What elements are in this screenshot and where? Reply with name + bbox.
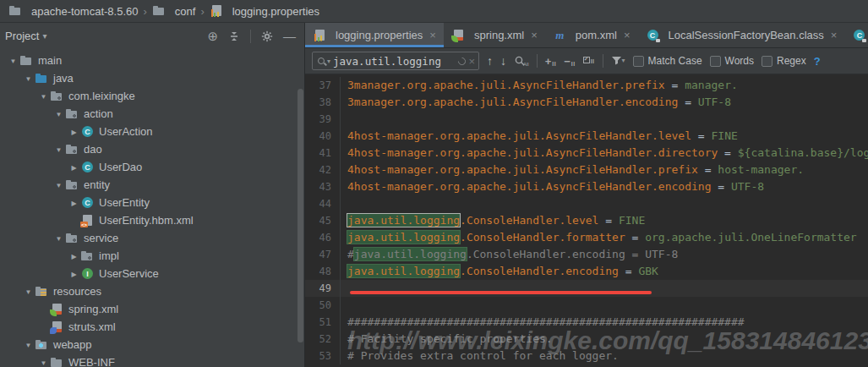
source-folder-icon xyxy=(35,72,49,85)
code-token: .ConsoleHandler.formatter xyxy=(460,231,625,244)
code-line[interactable]: 47#java.util.logging.ConsoleHandler.enco… xyxy=(305,246,868,263)
search-input[interactable] xyxy=(333,55,456,68)
folder-icon xyxy=(152,4,167,18)
class-file-icon xyxy=(646,29,660,42)
tree-item-userentity[interactable]: UserEntity xyxy=(0,194,304,211)
code-line[interactable]: 404host-manager.org.apache.juli.AsyncFil… xyxy=(305,128,868,145)
tab-logging-properties[interactable]: logging.properties × xyxy=(305,23,444,47)
search-history-icon[interactable] xyxy=(457,56,468,67)
minimize-icon[interactable]: — xyxy=(283,30,296,42)
line-number: 53 xyxy=(305,348,341,364)
tab-datasource-class[interactable]: DataSou xyxy=(844,23,868,47)
expanded-arrow-icon xyxy=(52,109,65,118)
code-line[interactable]: 50 xyxy=(305,297,868,314)
tree-item-main[interactable]: main xyxy=(0,52,304,69)
locate-file-icon[interactable]: ⊕ xyxy=(207,30,218,42)
breadcrumb-label: conf xyxy=(175,5,196,18)
find-all-icon[interactable]: All xyxy=(514,55,529,67)
code-token: .ConsoleHandler.level xyxy=(460,214,598,227)
select-all-occurrences-icon[interactable]: II xyxy=(583,57,595,65)
tree-item-userentity-hbm-xml[interactable]: UserEntity.hbm.xml xyxy=(0,211,304,229)
project-panel-header: Project ▾ ⊕ — xyxy=(0,23,304,49)
expanded-arrow-icon xyxy=(37,91,50,101)
tree-item-action[interactable]: action xyxy=(0,105,304,123)
code-line-current[interactable]: 49 xyxy=(305,280,868,297)
tree-item-entity[interactable]: entity xyxy=(0,176,304,194)
tree-item-dao[interactable]: dao xyxy=(0,140,304,158)
close-icon[interactable]: × xyxy=(429,29,436,41)
tree-item-resources[interactable]: resources xyxy=(0,282,304,300)
collapse-all-icon[interactable] xyxy=(228,30,240,42)
clear-search-icon[interactable]: × xyxy=(468,55,475,68)
help-icon[interactable]: ? xyxy=(814,55,821,68)
close-icon[interactable]: × xyxy=(624,29,631,41)
tree-item-webapp[interactable]: webapp xyxy=(0,336,304,353)
tree-item-userservice[interactable]: UserService xyxy=(0,265,304,282)
package-icon xyxy=(65,232,79,245)
code-line[interactable]: 383manager.org.apache.juli.AsyncFileHand… xyxy=(305,94,868,111)
match-case-checkbox[interactable]: Match Case xyxy=(633,55,702,67)
tree-item-userdao[interactable]: UserDao xyxy=(0,158,304,176)
code-editor[interactable]: 373manager.org.apache.juli.AsyncFileHand… xyxy=(305,74,868,367)
project-view-label: Project xyxy=(5,30,39,42)
tab-label: logging.properties xyxy=(336,29,423,41)
code-token: = xyxy=(598,214,618,227)
tree-item-spring-xml[interactable]: spring.xml xyxy=(0,300,304,318)
code-line[interactable]: 45java.util.logging.ConsoleHandler.level… xyxy=(305,212,868,229)
line-number: 50 xyxy=(305,297,341,314)
breadcrumb-item-file[interactable]: logging.properties xyxy=(210,4,319,18)
close-icon[interactable]: × xyxy=(531,29,538,41)
tree-item-service[interactable]: service xyxy=(0,229,304,247)
next-occurrence-icon[interactable]: ↓ xyxy=(500,54,506,68)
project-view-selector[interactable]: Project ▾ xyxy=(5,30,47,42)
add-occurrence-icon[interactable]: +II xyxy=(545,55,556,68)
code-token: org.apache.juli.OneLineFormatter xyxy=(645,231,856,244)
code-text: java.util.logging.ConsoleHandler.formatt… xyxy=(341,229,857,246)
regex-checkbox[interactable]: Regex xyxy=(762,55,806,67)
divider xyxy=(603,54,603,68)
words-checkbox[interactable]: Words xyxy=(710,55,754,67)
code-text: 4host-manager.org.apache.juli.AsyncFileH… xyxy=(341,178,764,195)
filter-icon[interactable]: ▾ xyxy=(611,56,625,66)
breadcrumb-item-project-root[interactable]: apache-tomcat-8.5.60 xyxy=(8,4,138,18)
code-line[interactable]: 373manager.org.apache.juli.AsyncFileHand… xyxy=(305,77,868,94)
tab-label: LocalSessionFactoryBean.class xyxy=(669,29,824,41)
red-underline-annotation xyxy=(350,291,652,294)
close-icon[interactable]: × xyxy=(831,29,838,41)
tree-item-struts-xml[interactable]: struts.xml xyxy=(0,318,304,336)
code-line[interactable]: 424host-manager.org.apache.juli.AsyncFil… xyxy=(305,162,868,178)
webapp-folder-icon xyxy=(35,338,49,352)
tree-item-useraction[interactable]: UserAction xyxy=(0,123,304,140)
code-line[interactable]: 39 xyxy=(305,111,868,128)
code-text: 3manager.org.apache.juli.AsyncFileHandle… xyxy=(341,94,731,111)
tab-pom-xml[interactable]: pom.xml × xyxy=(545,23,638,47)
code-token: .ConsoleHandler.encoding = UTF-8 xyxy=(467,248,678,260)
checkbox-icon xyxy=(710,56,721,67)
code-token: = xyxy=(718,146,737,159)
code-token: = xyxy=(665,79,685,91)
interface-icon xyxy=(80,267,95,281)
code-line[interactable]: 414host-manager.org.apache.juli.AsyncFil… xyxy=(305,145,868,162)
code-line[interactable]: 434host-manager.org.apache.juli.AsyncFil… xyxy=(305,178,868,195)
code-line[interactable]: 46java.util.logging.ConsoleHandler.forma… xyxy=(305,229,868,246)
remove-occurrence-icon[interactable]: −II xyxy=(564,55,575,68)
chevron-down-icon[interactable]: ▾ xyxy=(327,58,330,65)
tree-item-impl[interactable]: impl xyxy=(0,247,304,265)
line-number: 45 xyxy=(305,212,341,229)
tree-scrollbar[interactable] xyxy=(298,89,303,342)
expanded-arrow-icon xyxy=(22,74,35,83)
tab-localsessionfactorybean-class[interactable]: LocalSessionFactoryBean.class × xyxy=(638,23,845,47)
code-text: 4host-manager.org.apache.juli.AsyncFileH… xyxy=(341,145,868,162)
breadcrumb-item-conf[interactable]: conf xyxy=(152,4,196,18)
tree-item-java[interactable]: java xyxy=(0,69,304,87)
code-line[interactable]: 48java.util.logging.ConsoleHandler.encod… xyxy=(305,263,868,280)
tree-item-web-inf[interactable]: WEB-INF xyxy=(0,353,304,367)
package-icon xyxy=(80,249,95,263)
code-line[interactable]: 44 xyxy=(305,195,868,212)
code-token: GBK xyxy=(638,265,658,277)
previous-occurrence-icon[interactable]: ↑ xyxy=(487,54,493,68)
tab-spring-xml[interactable]: spring.xml × xyxy=(444,23,545,47)
tree-item-com-leixingke[interactable]: com.leixingke xyxy=(0,87,304,105)
gear-icon[interactable] xyxy=(261,30,273,42)
search-field[interactable]: ▾ × xyxy=(312,52,479,70)
